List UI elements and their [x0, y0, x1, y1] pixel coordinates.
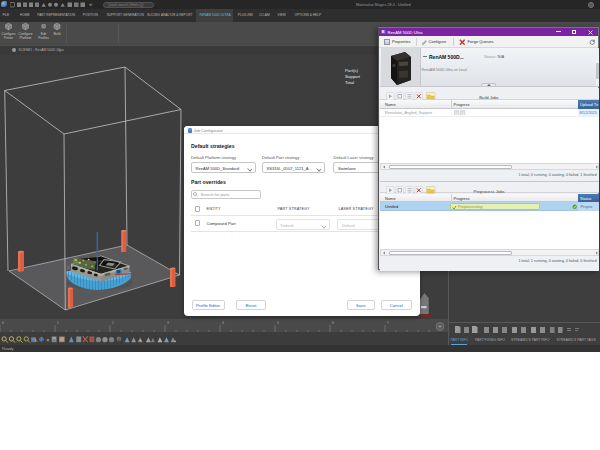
svg-text:7: 7: [387, 321, 389, 325]
svg-text:Printer: Printer: [4, 36, 14, 40]
svg-text:2: 2: [112, 321, 114, 325]
svg-text:6: 6: [332, 321, 334, 325]
svg-text:Platform: Platform: [20, 36, 32, 40]
svg-text:Build: Build: [53, 32, 60, 36]
svg-text:Preprocess Jobs: Preprocess Jobs: [473, 188, 504, 193]
svg-text:1: 1: [57, 321, 59, 325]
svg-text:0: 0: [2, 321, 4, 325]
svg-text:3: 3: [167, 321, 169, 325]
svg-text:Profiles: Profiles: [38, 36, 49, 40]
svg-text:5: 5: [277, 321, 279, 325]
svg-text:4: 4: [222, 321, 224, 325]
svg-text:Build Jobs: Build Jobs: [479, 95, 498, 100]
